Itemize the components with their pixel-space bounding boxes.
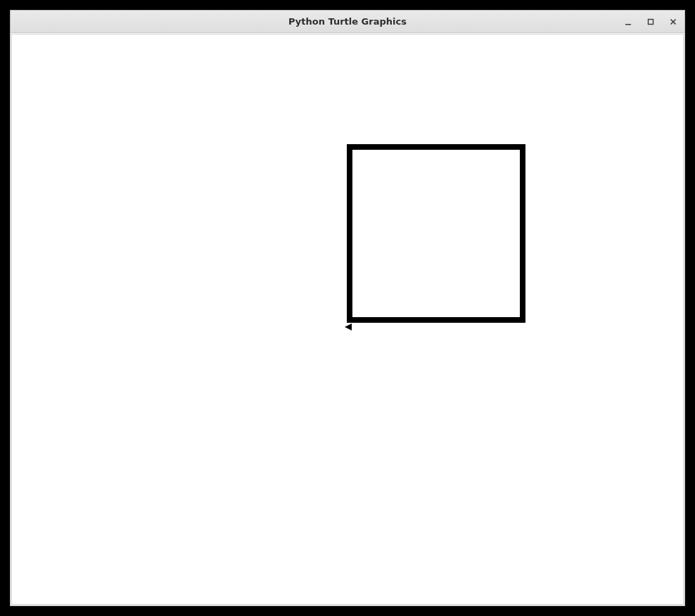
maximize-button[interactable]	[644, 15, 658, 29]
turtle-cursor-icon	[345, 323, 352, 331]
canvas-area	[11, 34, 684, 605]
titlebar[interactable]: Python Turtle Graphics	[11, 11, 684, 33]
window-title: Python Turtle Graphics	[11, 16, 684, 27]
window-controls	[621, 11, 680, 33]
close-button[interactable]	[666, 15, 680, 29]
minimize-icon	[624, 18, 632, 26]
svg-rect-0	[625, 24, 631, 25]
svg-rect-1	[649, 20, 653, 25]
close-icon	[669, 18, 677, 26]
app-window: Python Turtle Graphics	[10, 10, 685, 606]
minimize-button[interactable]	[621, 15, 635, 29]
maximize-icon	[646, 18, 655, 26]
turtle-canvas[interactable]	[12, 34, 683, 604]
drawn-square	[347, 144, 525, 323]
